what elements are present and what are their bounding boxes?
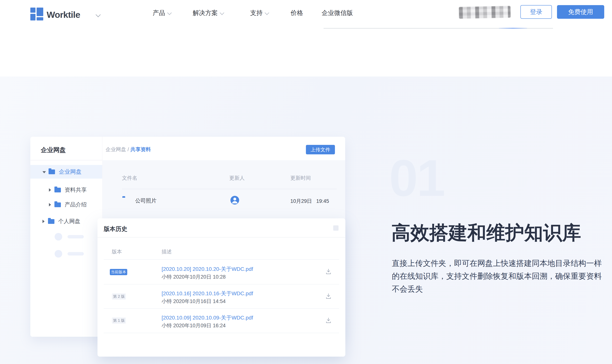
version-row: 第 2 版 [2020.10.16] 2020.10.16-关于WDC.pdf … xyxy=(97,286,345,310)
file-updated-time: 10月29日 19:45 xyxy=(290,198,329,205)
header-divider-blue-segment xyxy=(499,28,527,29)
tree-item-enterprise-disk[interactable]: 企业网盘 xyxy=(30,165,102,179)
version-row: 当前版本 [2020.10.20] 2020.10.20-关于WDC.pdf 小… xyxy=(97,261,345,286)
folder-icon xyxy=(48,219,55,224)
skeleton-avatar xyxy=(55,233,62,241)
breadcrumb-current: 共享资料 xyxy=(130,147,151,152)
tree-item-product-intro[interactable]: 产品介绍 xyxy=(30,198,102,211)
upload-file-button[interactable]: 上传文件 xyxy=(306,145,335,154)
column-header-updated-time: 更新时间 xyxy=(290,175,311,182)
nav-label: 产品 xyxy=(153,9,165,16)
version-badge: 第 1 版 xyxy=(112,317,126,324)
row-divider xyxy=(104,333,339,333)
chevron-down-icon xyxy=(167,10,172,15)
caret-right-icon[interactable] xyxy=(42,220,44,223)
skeleton-bar xyxy=(68,235,84,238)
nav-item-solutions[interactable]: 解决方案 xyxy=(193,9,223,17)
nav-label: 解决方案 xyxy=(193,9,218,16)
nav-item-pricing[interactable]: 价格 xyxy=(291,9,303,17)
disk-sidebar-title: 企业网盘 xyxy=(41,146,66,154)
version-file-link[interactable]: [2020.10.09] 2020.10.09-关于WDC.pdf xyxy=(162,314,253,321)
breadcrumb: 企业网盘 / 共享资料 xyxy=(106,146,151,153)
tree-item-personal-disk[interactable]: 个人网盘 xyxy=(30,215,102,228)
version-badge-current: 当前版本 xyxy=(110,269,127,275)
caret-down-icon[interactable] xyxy=(42,171,46,173)
login-button[interactable]: 登录 xyxy=(520,5,552,19)
modal-corner-control-icon[interactable] xyxy=(333,225,338,231)
nav-item-wecom-edition[interactable]: 企业微信版 xyxy=(322,9,353,17)
skeleton-bar xyxy=(68,252,84,256)
download-icon[interactable] xyxy=(325,293,332,300)
row-divider xyxy=(104,284,339,285)
folder-icon xyxy=(55,188,61,192)
tree-item-shared-docs[interactable]: 资料共享 xyxy=(30,183,102,197)
nav-label: 企业微信版 xyxy=(322,9,353,16)
feature-description: 直接上传文件夹，即可在网盘上快速搭建同本地目录结构一样的在线知识库，支持文件删除… xyxy=(392,257,606,295)
breadcrumb-separator: / xyxy=(126,147,130,152)
column-header-updater: 更新人 xyxy=(229,175,245,182)
folder-icon xyxy=(55,202,61,207)
brand-chevron-down-icon[interactable] xyxy=(96,12,101,17)
version-file-link[interactable]: [2020.10.16] 2020.10.16-关于WDC.pdf xyxy=(162,290,253,297)
version-meta: 小特 2020年10月20日 10:28 xyxy=(162,273,226,280)
worktile-logo-icon[interactable] xyxy=(30,8,43,20)
version-file-link[interactable]: [2020.10.20] 2020.10.20-关于WDC.pdf xyxy=(162,266,253,273)
version-history-title: 版本历史 xyxy=(104,225,127,233)
download-icon[interactable] xyxy=(325,317,332,325)
signup-free-button[interactable]: 免费使用 xyxy=(557,5,604,19)
column-header-description: 描述 xyxy=(162,248,172,255)
row-divider xyxy=(104,259,339,260)
column-header-version: 版本 xyxy=(112,248,122,255)
version-meta: 小特 2020年10月09日 16:24 xyxy=(162,322,226,329)
version-meta: 小特 2020年10月16日 14:54 xyxy=(162,298,226,305)
tree-item-label: 个人网盘 xyxy=(58,218,80,225)
logo-tile xyxy=(37,8,43,16)
tree-item-label: 企业网盘 xyxy=(59,168,82,176)
nav-label: 支持 xyxy=(250,9,263,16)
table-header-divider xyxy=(122,189,337,189)
updater-avatar xyxy=(230,196,239,205)
feature-index-watermark: 01 xyxy=(389,153,444,203)
nav-item-products[interactable]: 产品 xyxy=(153,9,171,17)
file-name[interactable]: 公司照片 xyxy=(135,197,156,204)
caret-right-icon[interactable] xyxy=(49,203,51,207)
tree-item-label: 资料共享 xyxy=(65,186,87,194)
row-divider xyxy=(104,308,339,309)
breadcrumb-parent[interactable]: 企业网盘 xyxy=(106,147,126,152)
download-icon[interactable] xyxy=(325,268,332,276)
logo-tile xyxy=(30,8,35,13)
sidebar-title-divider xyxy=(30,160,102,160)
feature-title: 高效搭建和维护知识库 xyxy=(391,221,612,244)
logo-tile xyxy=(30,14,35,20)
caret-right-icon[interactable] xyxy=(49,188,51,192)
nav-item-support[interactable]: 支持 xyxy=(250,9,268,17)
brand-wordmark[interactable]: Worktile xyxy=(47,10,80,20)
version-row: 第 1 版 [2020.10.09] 2020.10.09-关于WDC.pdf … xyxy=(97,310,345,334)
folder-icon xyxy=(49,169,55,174)
column-header-filename: 文件名 xyxy=(122,175,137,182)
top-nav-bar: Worktile 产品 解决方案 支持 价格 企业微信版 登录 免费使用 xyxy=(0,0,612,28)
chevron-down-icon xyxy=(220,10,224,15)
logo-tile xyxy=(37,17,43,20)
version-badge: 第 2 版 xyxy=(112,293,126,299)
page: Worktile 产品 解决方案 支持 价格 企业微信版 登录 免费使用 企业网… xyxy=(0,0,612,364)
tree-item-label: 产品介绍 xyxy=(65,201,87,208)
skeleton-avatar xyxy=(55,250,62,258)
nav-label: 价格 xyxy=(291,9,303,16)
chevron-down-icon xyxy=(264,10,269,15)
phone-number-redacted xyxy=(459,6,511,19)
modal-header-divider xyxy=(97,237,345,237)
